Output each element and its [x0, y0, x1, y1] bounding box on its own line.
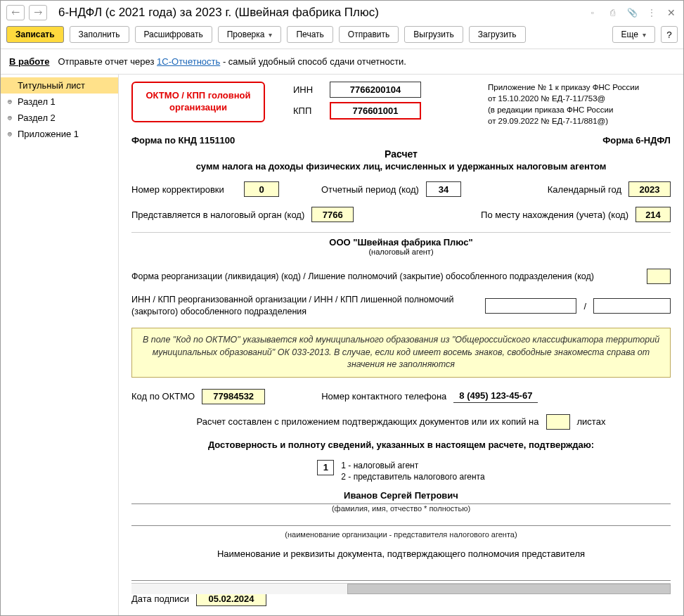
sidebar-label: Приложение 1	[18, 129, 79, 139]
header-row: ОКТМО / КПП головной организации ИНН 776…	[131, 82, 671, 127]
sidebar-item-section-1[interactable]: ⊕ Раздел 1	[1, 94, 118, 110]
oktmo-row: Код по ОКТМО 77984532 Номер контактного …	[131, 389, 671, 404]
oktmo-hint: В поле "Код по ОКТМО" указывается код му…	[131, 328, 671, 378]
attach-pages-input[interactable]	[546, 414, 570, 430]
save-icon[interactable]: ▫	[586, 6, 599, 19]
confirm-opt2: 2 - представитель налогового агента	[341, 471, 484, 483]
main-subtitle: сумм налога на доходы физических лиц, ис…	[131, 161, 671, 172]
toolbar: Записать Заполнить Расшифровать Проверка…	[1, 23, 683, 49]
app-window: 🡐 🡒 6-НДФЛ (с 2021 года) за 2023 г. (Шве…	[0, 0, 684, 616]
confirm-title: Достоверность и полноту сведений, указан…	[131, 439, 671, 450]
sidebar-item-appendix-1[interactable]: ⊕ Приложение 1	[1, 126, 118, 142]
confirm-code[interactable]: 1	[317, 460, 334, 475]
oktmo-input[interactable]: 77984532	[202, 389, 265, 404]
nav-back-button[interactable]: 🡐	[6, 5, 25, 20]
corr-input[interactable]: 0	[244, 181, 279, 197]
signer-name[interactable]: Иванов Сергей Петрович	[131, 490, 671, 504]
reorg-inn-input[interactable]	[485, 298, 576, 314]
id-block: ИНН 7766200104 КПП 776601001	[293, 82, 421, 120]
import-button[interactable]: Загрузить	[469, 26, 526, 43]
caret-icon: ▾	[269, 31, 272, 39]
location-input[interactable]: 214	[635, 207, 671, 222]
org-name: ООО "Швейная фабрика Плюс"	[131, 232, 671, 248]
form-label: Форма 6-НДФЛ	[602, 135, 671, 146]
oktmo-label: Код по ОКТМО	[131, 391, 195, 402]
location-label: По месту нахождения (учета) (код)	[481, 210, 628, 220]
close-icon[interactable]: ✕	[665, 6, 678, 19]
knd-row: Форма по КНД 1151100 Форма 6-НДФЛ	[131, 135, 671, 146]
app-info-l4: от 29.09.2022 № ЕД-7-11/881@)	[488, 115, 671, 127]
print-button[interactable]: Печать	[287, 26, 333, 43]
window-title: 6-НДФЛ (с 2021 года) за 2023 г. (Швейная…	[58, 6, 582, 20]
correction-row: Номер корректировки 0 Отчетный период (к…	[131, 181, 671, 197]
fill-button[interactable]: Заполнить	[70, 26, 129, 43]
reorg-inn-label: ИНН / КПП реорганизованной организации /…	[131, 294, 478, 318]
expand-icon: ⊕	[6, 115, 13, 122]
doc-title: Наименование и реквизиты документа, подт…	[131, 548, 671, 559]
export-button[interactable]: Выгрузить	[404, 26, 463, 43]
main-title: Расчет	[131, 148, 671, 160]
help-button[interactable]: ?	[661, 26, 678, 43]
reorg-kpp-input[interactable]	[593, 298, 671, 314]
tax-auth-row: Представляется в налоговый орган (код) 7…	[131, 207, 671, 222]
reorg-row: Форма реорганизации (ликвидация) (код) /…	[131, 269, 671, 284]
spacer-icon	[6, 82, 13, 89]
check-label: Проверка	[227, 30, 265, 39]
expand-icon: ⊕	[6, 98, 13, 105]
sidebar-label: Титульный лист	[18, 80, 85, 91]
save-button[interactable]: Записать	[6, 26, 64, 43]
body: Титульный лист ⊕ Раздел 1 ⊕ Раздел 2 ⊕ П…	[1, 74, 683, 615]
more-button[interactable]: Еще▾	[612, 26, 655, 43]
decode-button[interactable]: Расшифровать	[135, 26, 212, 43]
reporting-link[interactable]: 1С-Отчетность	[157, 56, 220, 67]
menu-icon[interactable]: ⋮	[645, 6, 658, 19]
confirm-row: 1 1 - налоговый агент 2 - представитель …	[131, 460, 671, 484]
year-label: Календарный год	[548, 184, 621, 195]
attach-icon[interactable]: 📎	[626, 6, 638, 19]
sidebar-item-section-2[interactable]: ⊕ Раздел 2	[1, 110, 118, 126]
status-label[interactable]: В работе	[9, 56, 49, 67]
app-info-l3: (в редакции приказа ФНС России	[488, 104, 671, 115]
reorg-inn-row: ИНН / КПП реорганизованной организации /…	[131, 294, 671, 318]
kpp-label: КПП	[293, 105, 321, 116]
year-input[interactable]: 2023	[628, 181, 671, 197]
info-before: Отправьте отчет через	[58, 56, 157, 67]
send-button[interactable]: Отправить	[339, 26, 399, 43]
inn-label: ИНН	[293, 84, 321, 95]
title-icons: ▫ ⎙ 📎 ⋮ ✕	[586, 6, 678, 19]
check-button[interactable]: Проверка▾	[218, 26, 282, 43]
org-sub: (налоговый агент)	[131, 248, 671, 256]
reorg-code-input[interactable]	[647, 269, 671, 284]
form-area[interactable]: ОКТМО / КПП головной организации ИНН 776…	[119, 75, 683, 615]
tax-auth-input[interactable]: 7766	[311, 207, 354, 222]
sidebar-item-title-page[interactable]: Титульный лист	[1, 77, 118, 94]
more-label: Еще	[621, 30, 638, 39]
inn-value[interactable]: 7766200104	[330, 82, 421, 98]
phone-value[interactable]: 8 (495) 123-45-67	[453, 390, 538, 403]
oktmo-kpp-hint: ОКТМО / КПП головной организации	[131, 82, 265, 122]
sign-date-label: Дата подписи	[131, 593, 189, 604]
app-info-l2: от 15.10.2020 № ЕД-7-11/753@	[488, 93, 671, 104]
attach-left: Расчет составлен с приложением подтвержд…	[197, 416, 539, 427]
caret-icon: ▾	[643, 31, 646, 39]
kpp-value[interactable]: 776601001	[330, 102, 421, 120]
scrollbar-thumb[interactable]	[347, 584, 671, 594]
titlebar: 🡐 🡒 6-НДФЛ (с 2021 года) за 2023 г. (Шве…	[1, 1, 683, 23]
infobar: В работе Отправьте отчет через 1С-Отчетн…	[1, 49, 683, 74]
period-label: Отчетный период (код)	[321, 184, 419, 195]
print-icon[interactable]: ⎙	[606, 6, 619, 19]
attach-row: Расчет составлен с приложением подтвержд…	[131, 414, 671, 430]
corr-label: Номер корректировки	[131, 184, 237, 195]
info-text: Отправьте отчет через 1С-Отчетность - са…	[58, 56, 406, 67]
phone-label: Номер контактного телефона	[321, 391, 446, 402]
info-after: - самый удобный способ сдачи отчетности.	[220, 56, 406, 67]
appendix-info: Приложение № 1 к приказу ФНС России от 1…	[488, 82, 671, 127]
divider	[131, 525, 671, 526]
sidebar: Титульный лист ⊕ Раздел 1 ⊕ Раздел 2 ⊕ П…	[1, 75, 119, 615]
divider	[131, 580, 671, 581]
period-value[interactable]: 34	[426, 181, 461, 197]
expand-icon: ⊕	[6, 131, 13, 138]
nav-forward-button[interactable]: 🡒	[29, 5, 47, 20]
horizontal-scrollbar[interactable]	[131, 583, 671, 594]
knd-label: Форма по КНД 1151100	[131, 135, 235, 146]
